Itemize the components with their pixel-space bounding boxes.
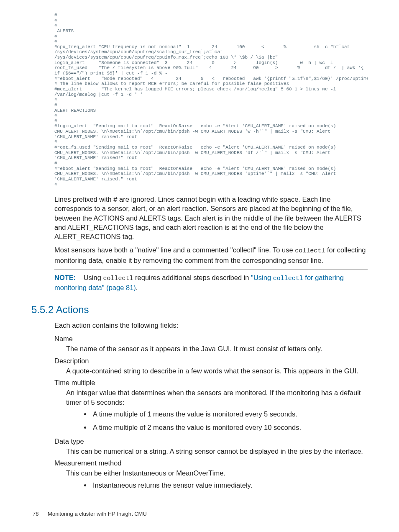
definition-list: Name The name of the sensor as it appear… bbox=[54, 334, 368, 490]
paragraph: Lines prefixed with # are ignored. Lines… bbox=[54, 195, 368, 241]
field-desc: An integer value that determines when th… bbox=[66, 388, 368, 407]
bullet-list: Instantaneous returns the sensor value i… bbox=[91, 481, 368, 490]
field-term: Description bbox=[54, 356, 368, 365]
field-term: Name bbox=[54, 334, 368, 343]
text bbox=[78, 274, 84, 281]
list-item: Instantaneous returns the sensor value i… bbox=[91, 481, 368, 490]
text: Most sensors have both a "native" line a… bbox=[54, 246, 295, 254]
note-box: NOTE: Using collectl requires additional… bbox=[54, 269, 368, 297]
text: . bbox=[136, 284, 138, 291]
paragraph: Each action contains the following field… bbox=[54, 321, 368, 330]
page-number: 78 bbox=[33, 511, 38, 517]
field-desc: This can be numerical or a string. A str… bbox=[66, 447, 368, 456]
note-label: NOTE: bbox=[54, 274, 76, 281]
code-block: # # # ALERTS # # #cpu_freq_alert "CPU fr… bbox=[54, 13, 368, 187]
field-desc: A quote-contained string to describe in … bbox=[66, 366, 368, 375]
bullet-list: A time multiple of 1 means the value is … bbox=[91, 409, 368, 432]
footer-title: Monitoring a cluster with HP Insight CMU bbox=[48, 511, 147, 517]
field-term: Data type bbox=[54, 437, 368, 446]
text: Using bbox=[84, 274, 103, 281]
text: requires additional steps described in bbox=[133, 274, 251, 281]
section-heading: 5.5.2 Actions bbox=[31, 303, 368, 316]
list-item: A time multiple of 1 means the value is … bbox=[91, 409, 368, 419]
field-desc: This can be either Instantaneous or Mean… bbox=[66, 468, 368, 478]
field-desc: The name of the sensor as it appears in … bbox=[66, 344, 368, 353]
inline-code: collectl bbox=[295, 247, 325, 254]
inline-code: collectl bbox=[273, 275, 303, 282]
field-term: Measurement method bbox=[54, 458, 368, 468]
list-item: A time multiple of 2 means the value is … bbox=[91, 423, 368, 432]
page-footer: 78 Monitoring a cluster with HP Insight … bbox=[33, 510, 147, 518]
paragraph: Most sensors have both a "native" line a… bbox=[54, 245, 368, 265]
inline-code: collectl bbox=[103, 275, 133, 282]
text: "Using bbox=[251, 274, 273, 281]
field-term: Time multiple bbox=[54, 378, 368, 387]
